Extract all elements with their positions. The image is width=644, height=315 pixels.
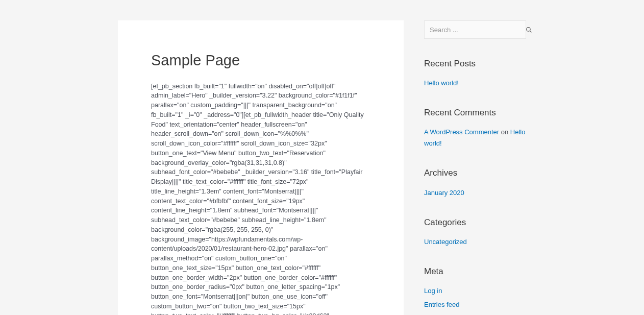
meta-link-login[interactable]: Log in [424,287,442,295]
list-item: Comments feed [424,313,526,315]
search-button[interactable] [521,23,537,36]
comment-author-link[interactable]: A WordPress Commenter [424,128,499,136]
recent-posts-list: Hello world! [424,78,526,89]
archive-link[interactable]: January 2020 [424,189,464,197]
page-body-text: [et_pb_section fb_built="1" fullwidth="o… [151,82,370,315]
svg-line-1 [530,31,531,32]
list-item: Entries feed [424,299,526,310]
search-icon [526,27,532,33]
archives-list: January 2020 [424,187,526,199]
widget-archives: Archives January 2020 [424,167,526,198]
category-link[interactable]: Uncategorized [424,238,467,246]
recent-comments-list: A WordPress Commenter on Hello world! [424,127,526,149]
main-content: Sample Page [et_pb_section fb_built="1" … [118,20,404,315]
recent-post-link[interactable]: Hello world! [424,79,459,87]
widget-recent-posts: Recent Posts Hello world! [424,58,526,89]
widget-title-archives: Archives [424,167,526,179]
meta-link-entries-feed[interactable]: Entries feed [424,301,459,308]
widget-recent-comments: Recent Comments A WordPress Commenter on… [424,107,526,149]
page-title: Sample Page [151,51,370,70]
list-item: Log in [424,285,526,297]
sidebar: Recent Posts Hello world! Recent Comment… [424,20,526,315]
page-wrapper: Sample Page [et_pb_section fb_built="1" … [0,0,644,315]
search-input[interactable] [425,22,521,38]
widget-title-meta: Meta [424,266,526,277]
widget-meta: Meta Log in Entries feed Comments feed W… [424,266,526,315]
widget-title-categories: Categories [424,217,526,228]
widget-title-recent-comments: Recent Comments [424,107,526,118]
svg-point-0 [527,27,531,31]
categories-list: Uncategorized [424,236,526,248]
comment-on-text: on [499,128,510,136]
list-item: A WordPress Commenter on Hello world! [424,127,526,149]
widget-title-recent-posts: Recent Posts [424,58,526,69]
widget-categories: Categories Uncategorized [424,217,526,248]
meta-list: Log in Entries feed Comments feed WordPr… [424,285,526,315]
list-item: Hello world! [424,78,526,89]
list-item: Uncategorized [424,236,526,248]
list-item: January 2020 [424,187,526,199]
search-box [424,20,526,39]
